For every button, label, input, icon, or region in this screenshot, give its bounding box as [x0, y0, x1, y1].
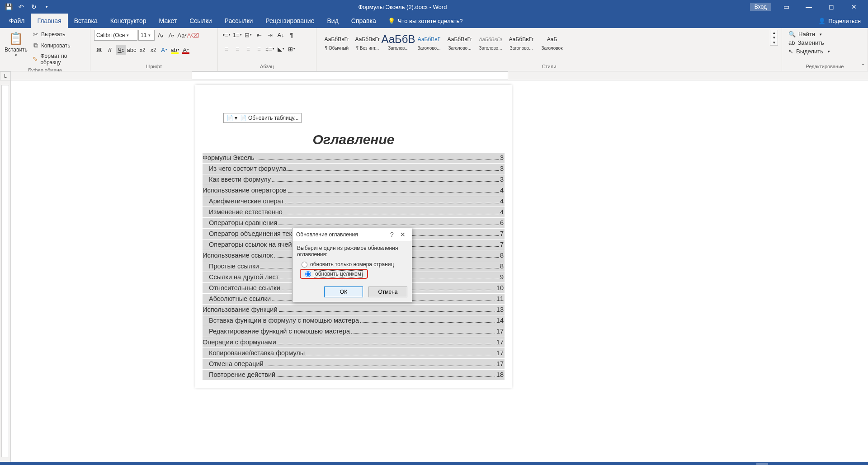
scroll-down-icon[interactable]: ▾: [770, 35, 778, 40]
style-item[interactable]: АаБбВвГг¶ Обычный: [322, 32, 352, 52]
style-item[interactable]: АаБЗаголовок: [537, 32, 567, 52]
find-button[interactable]: 🔍Найти▾: [788, 31, 830, 38]
toc-line[interactable]: Операции с формулами17: [203, 337, 505, 348]
qat-dropdown-icon[interactable]: ▾: [42, 3, 51, 11]
font-color-button[interactable]: A▾: [181, 45, 191, 55]
font-size-combo[interactable]: 11▾: [138, 30, 155, 41]
toc-line[interactable]: Отмена операций17: [203, 359, 505, 369]
collapse-ribbon-icon[interactable]: ⌃: [861, 63, 865, 69]
replace-button[interactable]: abЗаменить: [788, 39, 830, 46]
text-effects-button[interactable]: A▾: [159, 45, 169, 55]
cut-button[interactable]: ✂Вырезать: [30, 30, 86, 39]
toc-line[interactable]: Использование функций13: [203, 305, 505, 315]
bullets-button[interactable]: •≡▾: [222, 30, 231, 40]
bold-button[interactable]: Ж: [94, 45, 104, 55]
underline-button[interactable]: Ч▾: [116, 45, 126, 55]
tab-insert[interactable]: Вставка: [68, 14, 104, 28]
borders-button[interactable]: ⊞▾: [287, 44, 297, 54]
read-mode-icon[interactable]: ▦: [744, 463, 755, 465]
style-item[interactable]: АаБбВвГг¶ Без инт...: [353, 32, 382, 52]
tab-help[interactable]: Справка: [345, 14, 382, 28]
radio-update-pages[interactable]: обновить только номера страниц: [297, 260, 407, 268]
document-area[interactable]: Оглавление Формулы Эксель3Из чего состои…: [11, 80, 868, 462]
toc-line[interactable]: Редактирование функций с помощью мастера…: [203, 326, 505, 337]
radio-input-all[interactable]: [305, 271, 311, 277]
subscript-button[interactable]: x2: [137, 45, 147, 55]
format-painter-button[interactable]: ✎Формат по образцу: [30, 52, 86, 66]
toc-line[interactable]: Копирование/вставка формулы17: [203, 348, 505, 358]
tab-layout[interactable]: Макет: [153, 14, 184, 28]
tell-me-search[interactable]: 💡 Что вы хотите сделать?: [382, 14, 468, 28]
login-button[interactable]: Вход: [750, 3, 771, 11]
toc-line[interactable]: Использование операторов4: [203, 185, 505, 196]
numbering-button[interactable]: 1≡▾: [232, 30, 242, 40]
toc-line[interactable]: Формулы Эксель3: [203, 153, 505, 163]
radio-update-all[interactable]: обновить целиком: [301, 270, 367, 278]
strike-button[interactable]: abc: [127, 45, 137, 55]
toc-line[interactable]: Вставка функции в формулу с помощью маст…: [203, 315, 505, 326]
horizontal-ruler[interactable]: [11, 71, 868, 80]
close-icon[interactable]: ✕: [844, 0, 864, 14]
shading-button[interactable]: ◣▾: [276, 44, 286, 54]
tab-references[interactable]: Ссылки: [183, 14, 218, 28]
show-marks-button[interactable]: ¶: [287, 30, 297, 40]
increase-indent-button[interactable]: ⇥: [265, 30, 275, 40]
toc-line[interactable]: Повторение действий18: [203, 370, 505, 380]
clear-format-button[interactable]: A⌫: [188, 30, 198, 40]
cancel-button[interactable]: Отмена: [368, 287, 407, 297]
print-layout-icon[interactable]: ▤: [756, 463, 768, 465]
tab-design[interactable]: Конструктор: [104, 14, 153, 28]
undo-icon[interactable]: ↶: [17, 3, 25, 11]
save-icon[interactable]: 💾: [5, 3, 13, 11]
font-name-combo[interactable]: Calibri (Осн▾: [94, 30, 137, 41]
superscript-button[interactable]: x2: [148, 45, 158, 55]
toc-line[interactable]: Арифметические операт4: [203, 196, 505, 207]
update-toc-button[interactable]: 📄Обновить таблицу...: [240, 115, 298, 121]
share-button[interactable]: 👤 Поделиться: [811, 14, 868, 28]
close-icon[interactable]: ✕: [397, 231, 408, 238]
multilevel-button[interactable]: ⊟▾: [243, 30, 253, 40]
expand-gallery-icon[interactable]: ▾: [770, 40, 778, 45]
scroll-up-icon[interactable]: ▴: [770, 30, 778, 35]
toc-line[interactable]: Как ввести формулу3: [203, 174, 505, 185]
shrink-font-button[interactable]: A▾: [166, 30, 176, 40]
copy-button[interactable]: ⧉Копировать: [30, 41, 86, 50]
style-item[interactable]: АаБбВЗаголов...: [383, 32, 413, 52]
paste-button[interactable]: 📋 Вставить ▾: [4, 30, 28, 59]
style-item[interactable]: АаБбВвГгЗаголово...: [476, 32, 505, 52]
minimize-icon[interactable]: ―: [798, 0, 819, 14]
align-left-button[interactable]: ≡: [222, 44, 231, 54]
redo-icon[interactable]: ↻: [30, 3, 38, 11]
tab-file[interactable]: Файл: [3, 14, 31, 28]
style-item[interactable]: АаБбВвГгЗаголово...: [506, 32, 536, 52]
toc-line[interactable]: Операторы сравнения6: [203, 218, 505, 228]
tab-review[interactable]: Рецензирование: [259, 14, 321, 28]
toc-menu-button[interactable]: 📄▾: [226, 115, 237, 121]
toc-line[interactable]: Из чего состоит формула3: [203, 164, 505, 174]
style-item[interactable]: АаБбВвГЗаголово...: [414, 32, 444, 52]
toc-line[interactable]: Изменение естественно4: [203, 207, 505, 217]
toc-page-number: 17: [496, 348, 504, 358]
align-center-button[interactable]: ≡: [232, 44, 242, 54]
change-case-button[interactable]: Aa▾: [177, 30, 187, 40]
decrease-indent-button[interactable]: ⇤: [254, 30, 264, 40]
line-spacing-button[interactable]: ‡≡▾: [265, 44, 275, 54]
tab-mailings[interactable]: Рассылки: [218, 14, 259, 28]
radio-input-pages[interactable]: [302, 262, 307, 268]
select-button[interactable]: ↖Выделить▾: [788, 48, 830, 55]
maximize-icon[interactable]: ◻: [821, 0, 842, 14]
ribbon-display-icon[interactable]: ▭: [776, 0, 797, 14]
justify-button[interactable]: ≡: [254, 44, 264, 54]
tab-view[interactable]: Вид: [321, 14, 344, 28]
tab-home[interactable]: Главная: [31, 14, 67, 28]
vertical-ruler[interactable]: [0, 80, 11, 462]
italic-button[interactable]: К: [105, 45, 115, 55]
highlight-button[interactable]: ab▾: [170, 45, 180, 55]
grow-font-button[interactable]: A▴: [156, 30, 165, 40]
style-item[interactable]: АаБбВвГгЗаголово...: [445, 32, 475, 52]
ok-button[interactable]: ОК: [324, 287, 363, 297]
web-layout-icon[interactable]: ▭: [769, 463, 781, 465]
help-icon[interactable]: ?: [387, 231, 397, 238]
sort-button[interactable]: A↓: [276, 30, 286, 40]
align-right-button[interactable]: ≡: [243, 44, 253, 54]
